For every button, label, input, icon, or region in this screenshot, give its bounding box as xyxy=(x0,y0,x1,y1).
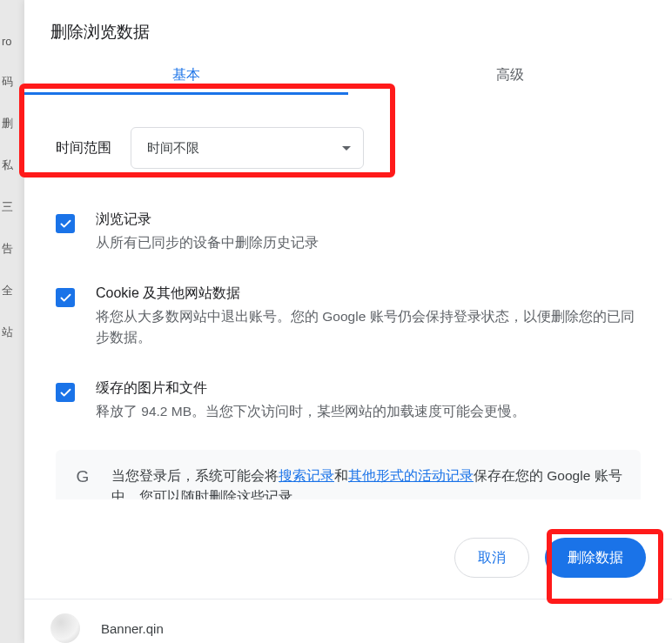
option-cookies[interactable]: Cookie 及其他网站数据 将您从大多数网站中退出账号。您的 Google 账… xyxy=(50,269,646,364)
check-icon xyxy=(59,386,72,399)
tab-advanced[interactable]: 高级 xyxy=(348,57,672,95)
google-logo-icon: G xyxy=(73,467,92,486)
clear-browsing-data-dialog: 删除浏览数据 基本 高级 时间范围 时间不限 浏览记录 从所有已同步的设备中删除… xyxy=(24,0,672,643)
option-browsing-history[interactable]: 浏览记录 从所有已同步的设备中删除历史记录 xyxy=(50,195,646,269)
avatar xyxy=(50,613,80,643)
option-title: Cookie 及其他网站数据 xyxy=(96,285,641,303)
option-text: 缓存的图片和文件 释放了 94.2 MB。当您下次访问时，某些网站的加载速度可能… xyxy=(96,379,641,422)
tab-indicator xyxy=(24,92,348,95)
option-title: 浏览记录 xyxy=(96,211,641,229)
google-account-info: G 当您登录后，系统可能会将搜索记录和其他形式的活动记录保存在您的 Google… xyxy=(56,450,641,499)
dialog-footer: 取消 删除数据 xyxy=(24,499,672,599)
checkbox-cookies[interactable] xyxy=(56,288,75,307)
tabs: 基本 高级 xyxy=(24,57,672,96)
option-title: 缓存的图片和文件 xyxy=(96,379,641,398)
check-icon xyxy=(59,291,72,305)
dialog-title: 删除浏览数据 xyxy=(24,0,672,57)
cancel-button[interactable]: 取消 xyxy=(454,538,529,578)
option-text: Cookie 及其他网站数据 将您从大多数网站中退出账号。您的 Google 账… xyxy=(96,285,641,348)
delete-data-button[interactable]: 删除数据 xyxy=(545,538,646,578)
time-range-row: 时间范围 时间不限 xyxy=(50,96,646,195)
info-text: 当您登录后，系统可能会将搜索记录和其他形式的活动记录保存在您的 Google 账… xyxy=(111,466,623,499)
checkbox-cache[interactable] xyxy=(56,383,75,402)
tab-basic[interactable]: 基本 xyxy=(24,57,348,95)
option-cache[interactable]: 缓存的图片和文件 释放了 94.2 MB。当您下次访问时，某些网站的加载速度可能… xyxy=(50,364,646,438)
time-range-value: 时间不限 xyxy=(147,140,199,157)
account-row: Banner.qin xyxy=(24,599,672,643)
time-range-label: 时间范围 xyxy=(56,139,111,157)
background-sidebar: ro 码 删 私 三 告 全 站 xyxy=(0,0,24,643)
account-name: Banner.qin xyxy=(101,621,164,636)
chevron-down-icon xyxy=(342,146,351,151)
checkbox-history[interactable] xyxy=(56,214,75,233)
option-desc: 释放了 94.2 MB。当您下次访问时，某些网站的加载速度可能会更慢。 xyxy=(96,401,641,422)
link-other-activity[interactable]: 其他形式的活动记录 xyxy=(348,468,474,483)
option-desc: 将您从大多数网站中退出账号。您的 Google 账号仍会保持登录状态，以便删除您… xyxy=(96,306,641,348)
time-range-select[interactable]: 时间不限 xyxy=(131,127,364,169)
link-search-history[interactable]: 搜索记录 xyxy=(279,468,334,483)
option-desc: 从所有已同步的设备中删除历史记录 xyxy=(96,232,641,253)
check-icon xyxy=(59,218,72,231)
dialog-content: 时间范围 时间不限 浏览记录 从所有已同步的设备中删除历史记录 Cookie 及… xyxy=(24,96,672,499)
option-text: 浏览记录 从所有已同步的设备中删除历史记录 xyxy=(96,211,641,253)
